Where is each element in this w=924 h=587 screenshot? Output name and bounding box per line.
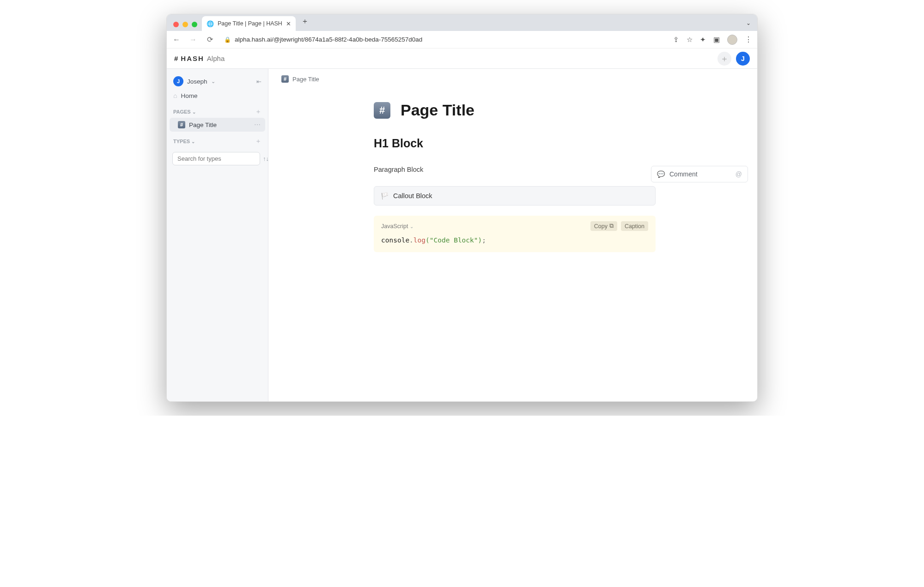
forward-button[interactable]: →: [188, 36, 198, 44]
chevron-down-icon: ⌄: [211, 79, 215, 85]
page-title[interactable]: Page Title: [401, 101, 474, 119]
page-icon: #: [178, 121, 185, 128]
h1-block[interactable]: H1 Block: [374, 137, 656, 150]
callout-block[interactable]: 🏳️ Callout Block: [374, 186, 656, 206]
page-title-row: # Page Title: [374, 101, 656, 119]
lock-icon: 🔒: [224, 36, 231, 43]
chevron-down-icon: ⌄: [191, 139, 195, 144]
profile-avatar-icon[interactable]: [727, 35, 737, 45]
sidebar-section-types[interactable]: Types ⌄ ＋: [170, 132, 265, 147]
tab-title: Page Title | Page | HASH: [218, 20, 282, 27]
maximize-window-icon[interactable]: [192, 22, 197, 27]
code-header: JavaScript ⌄ Copy ⧉ Caption: [381, 221, 648, 231]
tabs-overflow-icon[interactable]: ⌄: [743, 17, 757, 31]
app-header: #HASH Alpha ＋ J: [167, 48, 757, 69]
types-search-row: ↑↓: [170, 150, 265, 167]
search-input[interactable]: [172, 152, 260, 165]
hash-icon: #: [174, 54, 179, 62]
page-icon: #: [281, 75, 289, 83]
url-bar[interactable]: 🔒 alpha.hash.ai/@jtewright/8674a1a5-88f2…: [221, 36, 667, 43]
window-controls: [171, 22, 202, 31]
sidebar-item-page[interactable]: # Page Title ⋯: [170, 118, 265, 132]
code-block[interactable]: JavaScript ⌄ Copy ⧉ Caption: [374, 216, 656, 252]
close-tab-icon[interactable]: ✕: [286, 20, 291, 27]
copy-icon: ⧉: [609, 223, 614, 230]
mention-icon[interactable]: @: [736, 170, 742, 178]
breadcrumb-title: Page Title: [292, 76, 319, 83]
main-content: # Page Title # Page Title H1 Block Parag…: [268, 69, 757, 401]
create-button[interactable]: ＋: [717, 52, 731, 66]
sidebar-item-home[interactable]: ⌂ Home: [170, 89, 265, 102]
page-title-icon[interactable]: #: [374, 102, 390, 119]
sidepanel-icon[interactable]: ▣: [713, 36, 720, 44]
user-avatar[interactable]: J: [736, 52, 750, 66]
minimize-window-icon[interactable]: [182, 22, 188, 27]
comment-label: Comment: [669, 170, 698, 178]
section-label: Types: [173, 139, 190, 144]
workspace-avatar: J: [173, 76, 183, 86]
language-select[interactable]: JavaScript ⌄: [381, 223, 413, 230]
browser-menu-icon[interactable]: ⋮: [745, 35, 753, 44]
bookmark-icon[interactable]: ☆: [687, 36, 693, 44]
flag-icon: 🏳️: [381, 192, 389, 200]
workspace-switcher[interactable]: J Joseph ⌄ ⇤: [170, 73, 265, 89]
browser-window: 🌐 Page Title | Page | HASH ✕ ＋ ⌄ ← → ⟳ 🔒…: [166, 14, 758, 402]
page-content: # Page Title H1 Block Paragraph Block 🏳️…: [374, 101, 656, 252]
add-page-button[interactable]: ＋: [255, 108, 261, 116]
collapse-sidebar-icon[interactable]: ⇤: [256, 78, 261, 85]
browser-addressbar: ← → ⟳ 🔒 alpha.hash.ai/@jtewright/8674a1a…: [167, 31, 757, 48]
globe-icon: 🌐: [207, 20, 214, 27]
copy-button[interactable]: Copy ⧉: [590, 221, 617, 231]
page-more-icon[interactable]: ⋯: [254, 121, 261, 128]
close-window-icon[interactable]: [173, 22, 179, 27]
reload-button[interactable]: ⟳: [205, 35, 215, 44]
sidebar-section-pages[interactable]: Pages ⌄ ＋: [170, 102, 265, 118]
add-type-button[interactable]: ＋: [255, 137, 261, 145]
section-label: Pages: [173, 109, 191, 115]
back-button[interactable]: ←: [171, 36, 182, 44]
app-logo[interactable]: #HASH: [174, 54, 204, 62]
app-body: J Joseph ⌄ ⇤ ⌂ Home Pages ⌄ ＋ # Page Tit…: [167, 69, 757, 401]
sidebar-item-label: Home: [181, 92, 197, 99]
chevron-down-icon: ⌄: [410, 224, 413, 229]
app-stage-label: Alpha: [207, 54, 225, 62]
browser-tabbar: 🌐 Page Title | Page | HASH ✕ ＋ ⌄: [167, 14, 757, 31]
home-icon: ⌂: [173, 92, 177, 99]
workspace-name: Joseph: [187, 78, 207, 85]
share-icon[interactable]: ⇪: [673, 36, 679, 44]
chevron-down-icon: ⌄: [192, 109, 196, 115]
sidebar: J Joseph ⌄ ⇤ ⌂ Home Pages ⌄ ＋ # Page Tit…: [167, 69, 268, 401]
paragraph-block[interactable]: Paragraph Block: [374, 166, 656, 173]
comment-icon: 💬: [657, 170, 665, 178]
caption-button[interactable]: Caption: [621, 221, 648, 231]
new-tab-button[interactable]: ＋: [296, 14, 314, 31]
browser-tab[interactable]: 🌐 Page Title | Page | HASH ✕: [202, 16, 296, 31]
callout-text: Callout Block: [393, 192, 432, 200]
comment-input[interactable]: 💬 Comment @: [651, 166, 748, 182]
extensions-icon[interactable]: ✦: [700, 36, 706, 44]
sidebar-item-label: Page Title: [189, 121, 217, 128]
url-text: alpha.hash.ai/@jtewright/8674a1a5-88f2-4…: [235, 36, 422, 43]
breadcrumb[interactable]: # Page Title: [281, 75, 744, 83]
code-content[interactable]: console.log("Code Block");: [381, 236, 648, 244]
